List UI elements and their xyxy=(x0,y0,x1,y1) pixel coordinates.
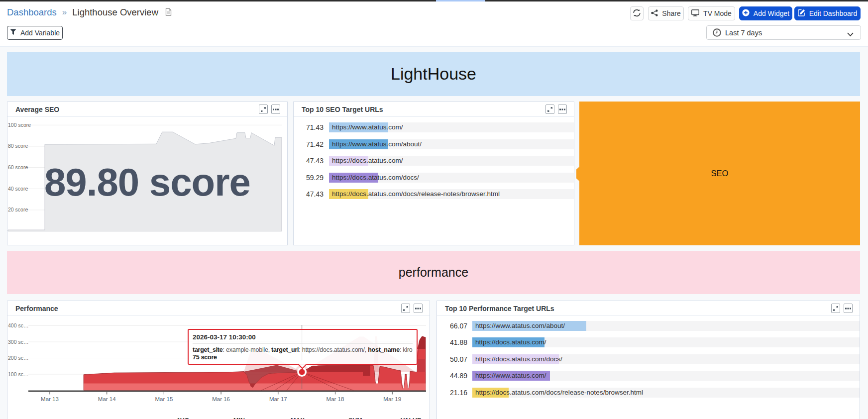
time-range-value: Last 7 days xyxy=(725,29,762,37)
plus-circle-icon xyxy=(742,9,750,18)
tooltip-divider xyxy=(193,343,413,344)
url-text[interactable]: https://docs.atatus.com/ xyxy=(475,337,546,347)
expand-widget-icon[interactable] xyxy=(831,304,840,313)
refresh-icon xyxy=(633,9,641,18)
widget-top-performance-urls: Top 10 Performance Target URLs 66.07http… xyxy=(436,301,860,419)
url-text[interactable]: https://docs.atatus.com/docs/ xyxy=(332,173,419,183)
svg-text:100 sc…: 100 sc… xyxy=(8,371,28,377)
tv-mode-button[interactable]: TV Mode xyxy=(688,6,735,20)
legend-item[interactable]: MAX xyxy=(291,417,305,419)
url-list-row[interactable]: 66.07https://www.atatus.com/about/ xyxy=(437,321,860,331)
url-text[interactable]: https://docs.atatus.com/docs/release-not… xyxy=(475,388,643,398)
performance-banner: performance xyxy=(7,251,860,294)
svg-text:300 sc…: 300 sc… xyxy=(8,339,28,345)
svg-text:Mar 17: Mar 17 xyxy=(269,396,287,402)
widget-menu-icon[interactable] xyxy=(271,105,280,114)
seo-section-panel: SEO xyxy=(579,102,860,245)
url-text[interactable]: https://docs.atatus.com/ xyxy=(332,156,403,166)
url-bar-track: https://docs.atatus.com/docs/ xyxy=(329,173,574,183)
url-text[interactable]: https://www.atatus.com/ xyxy=(475,371,546,381)
widget-header: Performance xyxy=(7,301,430,316)
url-text[interactable]: https://www.atatus.com/about/ xyxy=(332,139,422,149)
url-list-row[interactable]: 44.89https://www.atatus.com/ xyxy=(437,371,860,381)
add-variable-button[interactable]: Add Variable xyxy=(7,26,63,40)
svg-text:100 score: 100 score xyxy=(8,122,31,128)
lighthouse-banner: LightHouse xyxy=(7,52,860,96)
legend-item[interactable]: VALUE xyxy=(401,417,421,419)
add-widget-label: Add Widget xyxy=(754,9,789,17)
refresh-button[interactable] xyxy=(630,6,644,20)
url-bar-track: https://www.atatus.com/about/ xyxy=(472,321,860,331)
seo-panel-label: SEO xyxy=(711,169,729,178)
url-list-row[interactable]: 47.43https://docs.atatus.com/docs/releas… xyxy=(294,189,574,199)
url-text[interactable]: https://www.atatus.com/about/ xyxy=(475,321,565,331)
performance-banner-label: performance xyxy=(399,265,468,280)
expand-widget-icon[interactable] xyxy=(545,105,554,114)
url-score-value: 59.29 xyxy=(294,174,324,182)
url-text[interactable]: https://docs.atatus.com/docs/ xyxy=(475,354,562,364)
page-title: Lighthouse Overview xyxy=(72,7,158,18)
url-list-row[interactable]: 71.43https://www.atatus.com/ xyxy=(294,122,574,132)
svg-text:Mar 16: Mar 16 xyxy=(212,396,230,402)
url-list-row[interactable]: 21.16https://docs.atatus.com/docs/releas… xyxy=(437,388,860,398)
tv-mode-label: TV Mode xyxy=(703,9,732,17)
share-label: Share xyxy=(662,9,680,17)
edit-dashboard-button[interactable]: Edit Dashboard xyxy=(794,6,861,20)
url-score-value: 41.88 xyxy=(437,338,467,346)
filter-icon xyxy=(10,29,16,37)
chevron-down-icon xyxy=(847,30,854,38)
tv-icon xyxy=(691,9,699,18)
url-score-value: 50.07 xyxy=(437,355,467,363)
url-bar-track: https://docs.atatus.com/docs/release-not… xyxy=(329,189,574,199)
widget-performance: Performance 400 sc…300 sc…200 sc…100 sc…… xyxy=(7,301,430,419)
legend-item[interactable]: SUM xyxy=(348,417,362,419)
svg-text:400 sc…: 400 sc… xyxy=(8,322,28,328)
url-score-value: 47.43 xyxy=(294,157,324,165)
url-list-row[interactable]: 50.07https://docs.atatus.com/docs/ xyxy=(437,354,860,364)
tooltip-timestamp: 2026-03-17 10:30:00 xyxy=(193,333,413,341)
widget-menu-icon[interactable] xyxy=(558,105,567,114)
widget-top-seo-urls: Top 10 SEO Target URLs 71.43https://www.… xyxy=(293,102,574,245)
url-bar-track: https://www.atatus.com/about/ xyxy=(329,139,574,149)
svg-text:Mar 19: Mar 19 xyxy=(383,396,401,402)
svg-text:Mar 14: Mar 14 xyxy=(98,396,116,402)
widget-title: Performance xyxy=(15,305,58,313)
url-list-row[interactable]: 47.43https://docs.atatus.com/ xyxy=(294,156,574,166)
url-score-value: 21.16 xyxy=(437,389,467,397)
svg-text:Mar 13: Mar 13 xyxy=(41,396,59,402)
url-bar-track: https://www.atatus.com/ xyxy=(472,371,860,381)
url-text[interactable]: https://docs.atatus.com/docs/release-not… xyxy=(332,189,500,199)
time-range-select[interactable]: Last 7 days xyxy=(706,25,861,40)
legend-item[interactable]: AVG xyxy=(176,417,189,419)
widget-menu-icon[interactable] xyxy=(844,304,853,313)
expand-widget-icon[interactable] xyxy=(401,304,410,313)
url-list-row[interactable]: 41.88https://docs.atatus.com/ xyxy=(437,337,860,347)
url-list-row[interactable]: 59.29https://docs.atatus.com/docs/ xyxy=(294,173,574,183)
svg-text:200 sc…: 200 sc… xyxy=(8,355,28,361)
widget-menu-icon[interactable] xyxy=(414,304,423,313)
widget-average-seo: Average SEO 100 score80 score60 score40 … xyxy=(7,102,288,245)
add-widget-button[interactable]: Add Widget xyxy=(739,6,792,20)
url-score-value: 44.89 xyxy=(437,372,467,380)
share-button[interactable]: Share xyxy=(648,6,684,20)
breadcrumb-separator-icon: » xyxy=(62,7,67,17)
url-bar-track: https://docs.atatus.com/ xyxy=(329,156,574,166)
svg-text:20 score: 20 score xyxy=(8,207,28,212)
widget-title: Top 10 Performance Target URLs xyxy=(445,305,554,313)
expand-widget-icon[interactable] xyxy=(259,105,268,114)
share-icon xyxy=(651,9,658,18)
breadcrumb-dashboards-link[interactable]: Dashboards xyxy=(7,7,57,18)
edit-dashboard-label: Edit Dashboard xyxy=(809,9,858,17)
edit-icon xyxy=(798,9,805,18)
url-bar-track: https://docs.atatus.com/docs/release-not… xyxy=(472,388,860,398)
svg-text:Mar 15: Mar 15 xyxy=(155,396,173,402)
url-text[interactable]: https://www.atatus.com/ xyxy=(332,122,403,132)
widget-header: Average SEO xyxy=(7,102,287,117)
url-score-value: 71.42 xyxy=(294,140,324,148)
url-list-row[interactable]: 71.42https://www.atatus.com/about/ xyxy=(294,139,574,149)
document-icon[interactable] xyxy=(165,7,172,18)
legend-item[interactable]: MIN xyxy=(233,417,245,419)
widget-title: Average SEO xyxy=(15,105,59,113)
url-score-value: 47.43 xyxy=(294,190,324,198)
widget-header: Top 10 Performance Target URLs xyxy=(437,301,860,316)
